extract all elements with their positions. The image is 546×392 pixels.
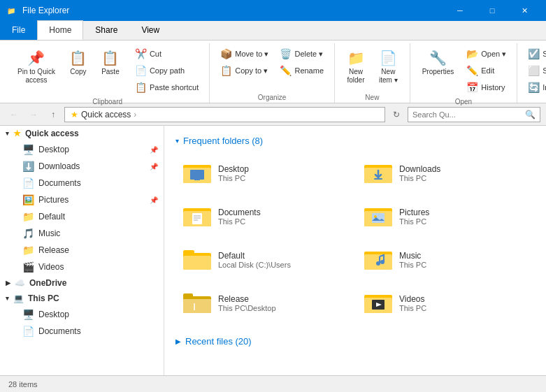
sidebar-item-desktop[interactable]: 🖥️ Desktop 📌: [0, 141, 164, 158]
folder-item-documents[interactable]: Documents This PC: [175, 196, 354, 237]
invert-selection-button[interactable]: 🔄 Invert selection: [523, 80, 546, 95]
move-icon: 📦: [220, 48, 232, 59]
address-path[interactable]: ★ Quick access ›: [64, 107, 385, 122]
release-folder-name: Release: [218, 294, 276, 304]
desktop-folder-path: This PC: [218, 174, 249, 182]
release-label: Release: [38, 245, 69, 255]
title-controls: ─ □ ✕: [444, 0, 540, 21]
chevron-icon: ▾: [6, 130, 9, 137]
forward-button[interactable]: →: [25, 106, 42, 123]
select-none-button[interactable]: ⬜ Select none: [523, 63, 546, 78]
default-folder-icon-wrap: [183, 246, 211, 274]
path-label: Quick access: [81, 110, 131, 119]
sidebar-item-videos[interactable]: 🎬 Videos: [0, 259, 164, 275]
maximize-button[interactable]: □: [476, 0, 508, 21]
quick-access-label: Quick access: [25, 129, 79, 138]
folder-item-downloads[interactable]: Downloads This PC: [357, 153, 535, 194]
release-folder-path: This PC\Desktop: [218, 304, 276, 312]
organize-items: 📦 Move to ▾ 📋 Copy to ▾ 🗑️ Delete ▾ ✏️ R…: [215, 43, 329, 94]
up-button[interactable]: ↑: [45, 106, 62, 123]
new-folder-button[interactable]: 📁 Newfolder: [340, 46, 371, 88]
music-icon: 🎵: [22, 228, 34, 239]
select-all-button[interactable]: ☑️ Select all: [523, 46, 546, 61]
minimize-button[interactable]: ─: [444, 0, 476, 21]
svg-rect-10: [192, 213, 202, 224]
item-count: 28 items: [8, 380, 38, 389]
tab-file[interactable]: File: [0, 20, 37, 40]
default-folder-svg: [183, 247, 211, 273]
tab-share[interactable]: Share: [83, 20, 129, 40]
search-input[interactable]: [412, 110, 522, 119]
new-folder-label: Newfolder: [347, 68, 365, 85]
sidebar-item-release[interactable]: 📁 Release: [0, 242, 164, 259]
organize-label: Organize: [215, 94, 329, 103]
folder-item-music[interactable]: Music This PC: [357, 240, 535, 280]
copy-to-button[interactable]: 📋 Copy to ▾: [215, 63, 273, 78]
copy-button[interactable]: 📋 Copy: [63, 46, 94, 79]
sidebar-item-documents2[interactable]: 📄 Documents: [0, 323, 164, 340]
pictures-label: Pictures: [38, 195, 69, 205]
recent-files-header[interactable]: ▶ Recent files (20): [175, 332, 535, 351]
thispc-header[interactable]: ▾ 💻 This PC: [0, 291, 164, 306]
chevron-thispc-icon: ▾: [6, 295, 9, 302]
ribbon: 📌 Pin to Quickaccess 📋 Copy 📋 Paste ✂️ C…: [0, 41, 546, 103]
new-folder-icon: 📁: [347, 50, 365, 66]
sidebar-item-music[interactable]: 🎵 Music: [0, 225, 164, 242]
documents-folder-info: Documents This PC: [218, 208, 261, 226]
new-label: New: [340, 94, 404, 103]
folder-item-videos[interactable]: Videos This PC: [357, 283, 535, 324]
release-folder-icon-wrap: [183, 289, 211, 317]
folder-item-release[interactable]: Release This PC\Desktop: [175, 283, 354, 324]
downloads-label: Downloads: [38, 161, 80, 171]
videos-folder-path: This PC: [399, 304, 426, 312]
properties-button[interactable]: 🔧 Properties: [416, 46, 461, 79]
back-button[interactable]: ←: [6, 106, 22, 123]
downloads-folder-name: Downloads: [399, 164, 440, 174]
pictures-icon: 🖼️: [22, 194, 34, 205]
sidebar-item-pictures[interactable]: 🖼️ Pictures 📌: [0, 191, 164, 208]
address-bar: ← → ↑ ★ Quick access › ↻ 🔍: [0, 103, 546, 126]
cut-button[interactable]: ✂️ Cut: [130, 46, 203, 61]
desktop2-icon: 🖥️: [22, 309, 34, 320]
sidebar-item-default[interactable]: 📁 Default: [0, 208, 164, 225]
pin-to-quick-access-button[interactable]: 📌 Pin to Quickaccess: [11, 46, 62, 88]
svg-point-23: [376, 261, 380, 266]
new-item-icon: 📄: [380, 50, 397, 66]
tab-home[interactable]: Home: [37, 20, 83, 40]
paste-shortcut-button[interactable]: 📋 Paste shortcut: [130, 80, 203, 95]
window-title: File Explorer: [22, 6, 444, 15]
paste-button[interactable]: 📋 Paste: [95, 46, 126, 79]
release-folder-info: Release This PC\Desktop: [218, 294, 276, 312]
new-item-button[interactable]: 📄 Newitem ▾: [373, 46, 404, 88]
invert-icon: 🔄: [528, 82, 540, 93]
tab-view[interactable]: View: [129, 20, 171, 40]
open-button[interactable]: 📂 Open ▾: [461, 46, 511, 61]
pin-icon: 📌: [27, 50, 45, 66]
frequent-folders-header[interactable]: ▾ Frequent folders (8): [175, 131, 535, 150]
select-none-icon: ⬜: [528, 65, 540, 76]
onedrive-header[interactable]: ▶ ☁️ OneDrive: [0, 275, 164, 291]
copy-path-button[interactable]: 📄 Copy path: [130, 63, 203, 78]
close-button[interactable]: ✕: [508, 0, 540, 21]
star-sidebar-icon: ★: [13, 129, 21, 138]
history-button[interactable]: 📅 History: [461, 80, 511, 95]
release-folder-svg: [183, 291, 211, 316]
organize-small-group2: 🗑️ Delete ▾ ✏️ Rename: [275, 46, 329, 78]
sidebar-item-desktop2[interactable]: 🖥️ Desktop: [0, 306, 164, 323]
refresh-button[interactable]: ↻: [388, 106, 405, 123]
svg-rect-16: [372, 213, 385, 223]
rename-button[interactable]: ✏️ Rename: [275, 63, 329, 78]
pin-indicator: 📌: [150, 163, 158, 170]
delete-button[interactable]: 🗑️ Delete ▾: [275, 46, 329, 61]
edit-button[interactable]: ✏️ Edit: [461, 63, 511, 78]
sidebar-item-documents[interactable]: 📄 Documents: [0, 175, 164, 191]
quick-access-header[interactable]: ▾ ★ Quick access: [0, 126, 164, 141]
folder-item-default[interactable]: Default Local Disk (C:)\Users: [175, 240, 354, 280]
folder-item-desktop[interactable]: Desktop This PC: [175, 153, 354, 194]
folder-item-pictures[interactable]: Pictures This PC: [357, 196, 535, 237]
recent-arrow-icon: ▶: [175, 337, 181, 345]
sidebar-item-downloads[interactable]: ⬇️ Downloads 📌: [0, 158, 164, 175]
videos-icon: 🎬: [22, 261, 34, 273]
move-to-button[interactable]: 📦 Move to ▾: [215, 46, 273, 61]
open-small-group: 📂 Open ▾ ✏️ Edit 📅 History: [461, 46, 511, 95]
